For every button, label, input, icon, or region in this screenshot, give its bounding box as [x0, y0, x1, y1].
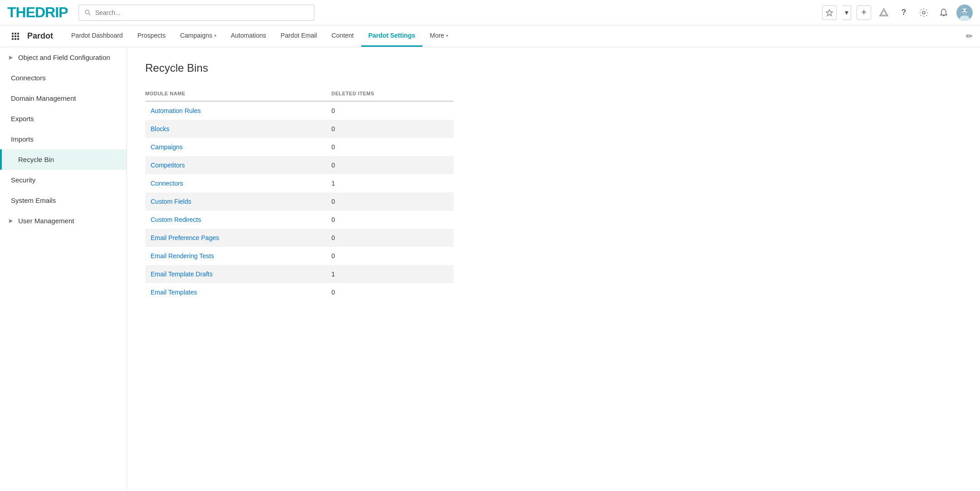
svg-rect-14 [12, 35, 14, 37]
svg-marker-2 [826, 10, 833, 16]
search-input[interactable] [95, 9, 309, 16]
nav-item-pardot-email[interactable]: Pardot Email [274, 25, 324, 47]
sidebar-item-security[interactable]: Security [0, 170, 127, 190]
svg-point-0 [85, 10, 89, 14]
deleted-count: 0 [317, 138, 454, 156]
table-row: Custom Fields0 [145, 192, 454, 211]
top-bar: THEDRIP ▾ + ? [0, 0, 980, 25]
module-link[interactable]: Competitors [151, 162, 185, 169]
app-name: Pardot [27, 31, 53, 41]
sidebar-item-imports[interactable]: Imports [0, 129, 127, 149]
add-button[interactable]: + [857, 5, 871, 20]
module-link[interactable]: Blocks [151, 125, 169, 133]
favorite-button[interactable] [822, 5, 837, 20]
table-row: Email Rendering Tests0 [145, 247, 454, 265]
search-icon [84, 9, 91, 16]
table-row: Competitors0 [145, 156, 454, 174]
module-link[interactable]: Connectors [151, 180, 183, 187]
module-link[interactable]: Campaigns [151, 143, 183, 151]
nav-item-automations[interactable]: Automations [224, 25, 274, 47]
module-link[interactable]: Email Rendering Tests [151, 252, 214, 260]
deleted-count: 0 [317, 156, 454, 174]
sidebar-item-recycle-bin[interactable]: Recycle Bin [0, 149, 127, 170]
recycle-table: MODULE NAME DELETED ITEMS Automation Rul… [145, 87, 454, 301]
page-title: Recycle Bins [145, 62, 962, 74]
module-link[interactable]: Custom Fields [151, 198, 191, 205]
svg-point-9 [962, 10, 964, 11]
deleted-count: 0 [317, 283, 454, 301]
svg-marker-4 [881, 10, 887, 15]
nav-items: Pardot Dashboard Prospects Campaigns ▾ A… [64, 25, 966, 47]
sidebar: ▶ Object and Field Configuration Connect… [0, 47, 127, 491]
table-row: Automation Rules0 [145, 101, 454, 120]
table-row: Campaigns0 [145, 138, 454, 156]
nav-item-pardot-settings[interactable]: Pardot Settings [361, 25, 422, 47]
svg-rect-16 [17, 35, 19, 37]
sidebar-item-system-emails[interactable]: System Emails [0, 190, 127, 211]
svg-rect-13 [17, 33, 19, 34]
table-row: Custom Redirects0 [145, 211, 454, 229]
favorite-dropdown-button[interactable]: ▾ [842, 5, 851, 20]
svg-rect-19 [17, 38, 19, 40]
more-caret-icon: ▾ [446, 33, 448, 38]
search-bar [78, 5, 314, 21]
table-row: Connectors1 [145, 174, 454, 192]
avatar[interactable] [956, 5, 973, 21]
table-row: Blocks0 [145, 120, 454, 138]
nav-item-more[interactable]: More ▾ [422, 25, 456, 47]
table-row: Email Template Drafts1 [145, 265, 454, 283]
col-deleted-items: DELETED ITEMS [317, 87, 454, 101]
setup-icon[interactable] [916, 5, 931, 20]
campaigns-caret-icon: ▾ [214, 33, 216, 38]
deleted-count: 0 [317, 120, 454, 138]
nav-bar: Pardot Pardot Dashboard Prospects Campai… [0, 25, 980, 47]
module-link[interactable]: Automation Rules [151, 107, 201, 114]
svg-rect-18 [15, 38, 16, 40]
chevron-right-icon-2: ▶ [9, 218, 13, 224]
sidebar-item-exports[interactable]: Exports [0, 108, 127, 129]
svg-rect-15 [15, 35, 16, 37]
deleted-count: 0 [317, 211, 454, 229]
svg-point-5 [922, 11, 925, 14]
table-row: Email Templates0 [145, 283, 454, 301]
main-content: Recycle Bins MODULE NAME DELETED ITEMS A… [127, 47, 980, 491]
help-icon[interactable]: ? [897, 5, 911, 20]
nav-item-pardot-dashboard[interactable]: Pardot Dashboard [64, 25, 130, 47]
nav-item-prospects[interactable]: Prospects [130, 25, 173, 47]
svg-rect-12 [15, 33, 16, 34]
deleted-count: 0 [317, 247, 454, 265]
sidebar-item-object-field-config[interactable]: ▶ Object and Field Configuration [0, 47, 127, 68]
svg-rect-17 [12, 38, 14, 40]
col-module-name: MODULE NAME [145, 87, 317, 101]
svg-line-1 [89, 13, 91, 15]
svg-point-10 [966, 10, 967, 11]
chevron-right-icon: ▶ [9, 54, 13, 60]
sidebar-item-connectors[interactable]: Connectors [0, 68, 127, 88]
svg-rect-11 [12, 33, 14, 34]
apps-button[interactable] [7, 28, 24, 44]
module-link[interactable]: Email Template Drafts [151, 270, 213, 278]
module-link[interactable]: Custom Redirects [151, 216, 201, 223]
sidebar-item-user-management[interactable]: ▶ User Management [0, 211, 127, 231]
deleted-count: 0 [317, 192, 454, 211]
top-icons: ▾ + ? [822, 5, 973, 21]
deleted-count: 1 [317, 265, 454, 283]
deleted-count: 0 [317, 101, 454, 120]
nav-item-content[interactable]: Content [324, 25, 361, 47]
notifications-icon[interactable] [936, 5, 951, 20]
deleted-count: 1 [317, 174, 454, 192]
nav-item-campaigns[interactable]: Campaigns ▾ [173, 25, 224, 47]
table-row: Email Preference Pages0 [145, 229, 454, 247]
layout: ▶ Object and Field Configuration Connect… [0, 47, 980, 491]
module-link[interactable]: Email Preference Pages [151, 234, 219, 241]
nav-edit-button[interactable]: ✏ [966, 31, 973, 41]
deleted-count: 0 [317, 229, 454, 247]
module-link[interactable]: Email Templates [151, 289, 197, 296]
trailhead-icon[interactable] [877, 5, 891, 20]
sidebar-item-domain-management[interactable]: Domain Management [0, 88, 127, 108]
logo[interactable]: THEDRIP [7, 4, 68, 21]
